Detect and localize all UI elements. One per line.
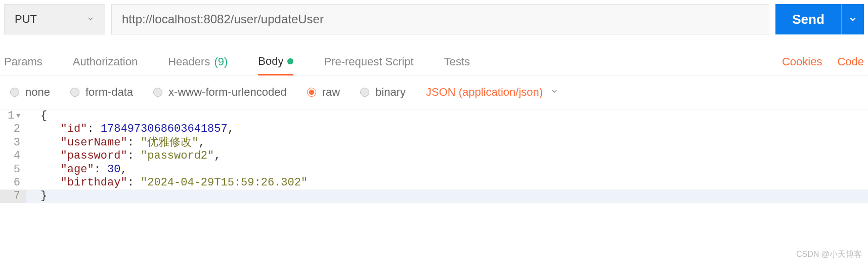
tab-prerequest-label: Pre-request Script [324,55,413,68]
line-number: 2 [0,123,26,136]
radio-none[interactable]: none [10,86,50,99]
method-value: PUT [15,13,37,26]
radio-icon [360,88,369,97]
radio-urlencoded-label: x-www-form-urlencoded [168,86,287,99]
radio-icon [10,88,19,97]
radio-icon-selected [307,88,316,97]
line-number: 7 [0,190,26,203]
url-input[interactable] [111,4,769,34]
line-number: 4 [0,149,26,163]
json-editor[interactable]: 1▼ { 2 "id": 1784973068603641857, 3 "use… [0,109,868,203]
chevron-down-icon [86,13,95,26]
line-number: 1▼ [0,109,26,123]
chevron-down-icon [550,87,558,97]
radio-formdata-label: form-data [85,86,133,99]
send-dropdown-button[interactable] [841,4,864,34]
send-button[interactable]: Send [775,4,841,34]
radio-formdata[interactable]: form-data [70,86,133,99]
tab-body[interactable]: Body [258,49,293,76]
tab-params[interactable]: Params [4,49,42,74]
radio-raw-label: raw [322,86,340,99]
tab-body-label: Body [258,55,283,68]
radio-icon [153,88,162,97]
radio-none-label: none [25,86,50,99]
content-type-label: JSON (application/json) [426,86,543,99]
radio-icon [70,88,79,97]
tab-headers-label: Headers [168,55,210,68]
content-type-select[interactable]: JSON (application/json) [426,86,558,99]
code-link[interactable]: Code [837,55,864,68]
radio-urlencoded[interactable]: x-www-form-urlencoded [153,86,287,99]
fold-icon[interactable]: ▼ [16,112,20,120]
tab-prerequest[interactable]: Pre-request Script [324,49,413,74]
tab-params-label: Params [4,55,42,68]
headers-count: (9) [214,55,228,68]
body-modified-dot-icon [287,58,293,64]
tab-tests-label: Tests [444,55,470,68]
line-number: 6 [0,176,26,190]
tab-headers[interactable]: Headers (9) [168,49,228,74]
line-number: 5 [0,163,26,176]
radio-raw[interactable]: raw [307,86,340,99]
radio-binary-label: binary [375,86,406,99]
cookies-link[interactable]: Cookies [782,55,822,68]
method-select[interactable]: PUT [4,4,105,34]
radio-binary[interactable]: binary [360,86,406,99]
tab-authorization[interactable]: Authorization [73,49,138,74]
tab-authorization-label: Authorization [73,55,138,68]
line-number: 3 [0,136,26,149]
tab-tests[interactable]: Tests [444,49,470,74]
